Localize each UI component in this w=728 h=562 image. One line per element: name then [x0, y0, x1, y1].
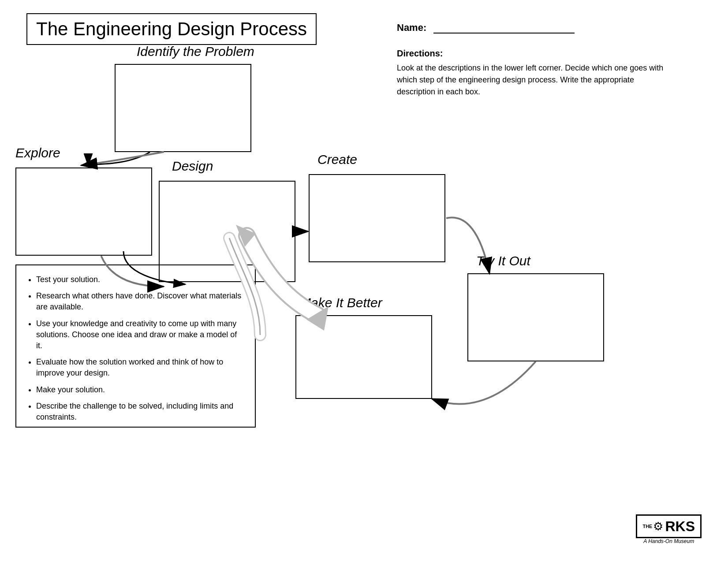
label-explore: Explore [15, 145, 60, 160]
logo-gear-icon: ⚙ [653, 520, 663, 533]
name-line [433, 33, 575, 33]
box-explore [15, 167, 152, 256]
directions-title: Directions: [397, 48, 670, 59]
directions-text: Look at the descriptions in the lower le… [397, 62, 670, 98]
logo-works-text: RKS [665, 519, 695, 533]
name-field: Name: [397, 22, 575, 33]
logo: THE ⚙ RKS A Hands-On Museum [636, 514, 702, 544]
logo-subtitle: A Hands-On Museum [636, 538, 702, 544]
page-title: The Engineering Design Process [36, 19, 307, 39]
box-try [467, 273, 604, 361]
bullet-item-1: Test your solution. [36, 274, 244, 285]
box-identify [115, 64, 251, 152]
box-make [295, 315, 432, 399]
bullet-item-4: Evaluate how the solution worked and thi… [36, 357, 244, 379]
bullet-list-box: Test your solution. Research what others… [15, 264, 256, 428]
bullet-list: Test your solution. Research what others… [27, 274, 244, 423]
box-create [309, 174, 445, 262]
label-design: Design [172, 159, 213, 174]
bullet-item-2: Research what others have done. Discover… [36, 290, 244, 313]
label-make: Make It Better [300, 295, 382, 310]
logo-the-text: THE [642, 524, 652, 529]
bullet-item-3: Use your knowledge and creativity to com… [36, 318, 244, 352]
bullet-item-5: Make your solution. [36, 384, 244, 395]
directions-section: Directions: Look at the descriptions in … [397, 48, 670, 98]
label-identify: Identify the Problem [137, 44, 254, 59]
label-try: Try It Out [476, 253, 530, 268]
page: The Engineering Design Process Name: Dir… [0, 0, 728, 562]
name-label: Name: [397, 22, 426, 33]
title-box: The Engineering Design Process [26, 13, 317, 45]
bullet-item-6: Describe the challenge to be solved, inc… [36, 401, 244, 423]
logo-box: THE ⚙ RKS [636, 514, 702, 538]
label-create: Create [317, 152, 357, 167]
